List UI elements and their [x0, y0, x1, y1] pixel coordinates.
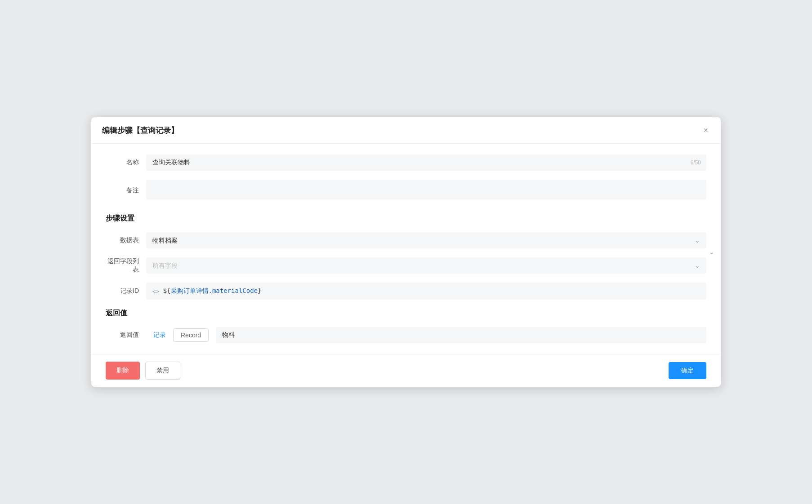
return-value-tab-group: 记录 Record	[146, 328, 209, 342]
dialog-body: 名称 6/50 备注 步骤设置 数据表 物料档案	[91, 144, 721, 354]
disable-button[interactable]: 禁用	[145, 362, 180, 380]
dialog-title: 编辑步骤【查询记录】	[102, 125, 178, 136]
return-value-title: 返回值	[106, 309, 706, 318]
return-value-label: 返回值	[106, 331, 146, 339]
dialog: 编辑步骤【查询记录】 × 名称 6/50 备注 步骤设置	[91, 117, 721, 387]
data-table-row: 数据表 物料档案 ⌄	[106, 232, 706, 248]
note-input-wrapper	[146, 180, 706, 201]
step-settings-title: 步骤设置	[106, 214, 706, 223]
record-id-suffix: }	[258, 287, 261, 294]
tab-record-en[interactable]: Record	[173, 328, 209, 342]
note-label: 备注	[106, 186, 146, 195]
confirm-button[interactable]: 确定	[669, 362, 706, 379]
close-button[interactable]: ×	[701, 124, 710, 136]
return-value-input[interactable]	[216, 327, 706, 343]
data-table-select[interactable]: 物料档案	[146, 232, 706, 248]
data-table-label: 数据表	[106, 236, 146, 244]
record-id-prefix: ${	[163, 287, 171, 294]
name-input-wrapper: 6/50	[146, 155, 706, 171]
record-id-chevron-icon: ⌄	[709, 248, 714, 256]
dialog-header: 编辑步骤【查询记录】 ×	[91, 117, 721, 144]
return-fields-select[interactable]: 所有字段	[146, 257, 706, 274]
delete-button[interactable]: 删除	[106, 362, 140, 380]
footer-left-buttons: 删除 禁用	[106, 362, 180, 380]
data-table-select-wrapper: 物料档案 ⌄	[146, 232, 706, 248]
return-fields-select-wrapper: 所有字段 ⌄	[146, 257, 706, 274]
return-fields-label: 返回字段列表	[106, 257, 146, 274]
name-input[interactable]	[146, 155, 706, 171]
record-id-wrapper[interactable]: <> ${采购订单详情.materialCode} ⌄	[146, 283, 706, 300]
dialog-overlay: 编辑步骤【查询记录】 × 名称 6/50 备注 步骤设置	[91, 117, 721, 387]
return-fields-row: 返回字段列表 所有字段 ⌄	[106, 257, 706, 274]
record-id-row: 记录ID <> ${采购订单详情.materialCode} ⌄	[106, 283, 706, 300]
name-row: 名称 6/50	[106, 155, 706, 171]
record-id-value: ${采购订单详情.materialCode}	[163, 287, 262, 295]
record-id-content: <> ${采购订单详情.materialCode}	[152, 287, 262, 295]
code-brackets-icon: <>	[152, 288, 160, 295]
tab-record-cn[interactable]: 记录	[146, 328, 173, 342]
record-id-label: 记录ID	[106, 287, 146, 295]
dialog-footer: 删除 禁用 确定	[91, 354, 721, 387]
name-label: 名称	[106, 159, 146, 167]
record-id-var: 采购订单详情.materialCode	[171, 287, 258, 294]
return-value-row: 返回值 记录 Record	[106, 327, 706, 343]
note-input[interactable]	[146, 180, 706, 199]
note-row: 备注	[106, 180, 706, 201]
